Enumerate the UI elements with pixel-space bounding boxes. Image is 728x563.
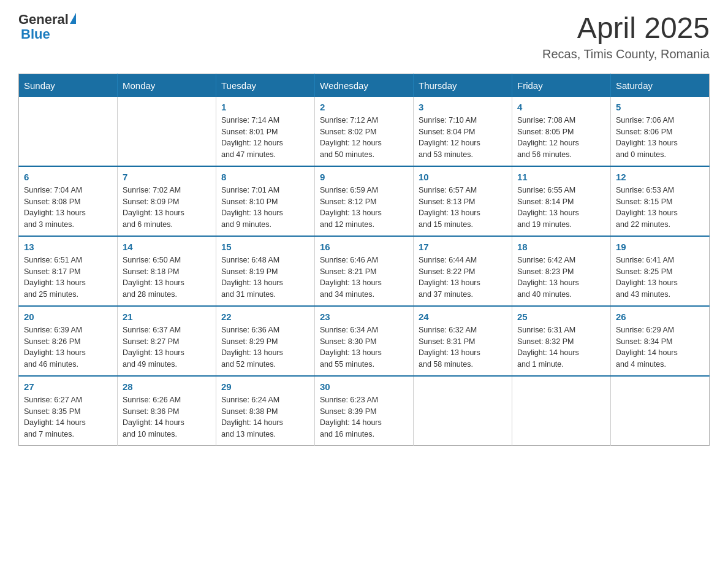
calendar-cell: 25Sunrise: 6:31 AMSunset: 8:32 PMDayligh… <box>512 306 611 376</box>
calendar-cell <box>611 376 710 446</box>
day-number: 18 <box>517 242 605 252</box>
day-number: 1 <box>221 102 309 112</box>
day-number: 7 <box>123 172 211 182</box>
day-number: 20 <box>24 312 112 322</box>
day-info: Sunrise: 7:12 AMSunset: 8:02 PMDaylight:… <box>320 115 408 161</box>
day-number: 29 <box>221 381 309 392</box>
calendar-cell: 26Sunrise: 6:29 AMSunset: 8:34 PMDayligh… <box>611 306 710 376</box>
day-number: 23 <box>320 312 408 322</box>
day-info: Sunrise: 6:50 AMSunset: 8:18 PMDaylight:… <box>123 255 211 301</box>
day-info: Sunrise: 7:10 AMSunset: 8:04 PMDaylight:… <box>419 115 507 161</box>
weekday-header-saturday: Saturday <box>611 74 710 97</box>
calendar-cell: 16Sunrise: 6:46 AMSunset: 8:21 PMDayligh… <box>315 236 414 306</box>
page-header: General Blue April 2025 Recas, Timis Cou… <box>18 12 710 61</box>
calendar-cell: 1Sunrise: 7:14 AMSunset: 8:01 PMDaylight… <box>216 97 315 166</box>
calendar-cell: 27Sunrise: 6:27 AMSunset: 8:35 PMDayligh… <box>19 376 118 446</box>
day-number: 22 <box>221 312 309 322</box>
day-info: Sunrise: 6:48 AMSunset: 8:19 PMDaylight:… <box>221 255 309 301</box>
day-number: 12 <box>616 172 704 182</box>
day-info: Sunrise: 7:02 AMSunset: 8:09 PMDaylight:… <box>123 185 211 231</box>
day-info: Sunrise: 6:39 AMSunset: 8:26 PMDaylight:… <box>24 324 112 370</box>
calendar-cell: 19Sunrise: 6:41 AMSunset: 8:25 PMDayligh… <box>611 236 710 306</box>
day-info: Sunrise: 7:08 AMSunset: 8:05 PMDaylight:… <box>517 115 605 161</box>
calendar-cell: 9Sunrise: 6:59 AMSunset: 8:12 PMDaylight… <box>315 166 414 236</box>
day-number: 3 <box>419 102 507 112</box>
day-number: 30 <box>320 381 408 392</box>
calendar-cell <box>19 97 118 166</box>
day-info: Sunrise: 6:59 AMSunset: 8:12 PMDaylight:… <box>320 185 408 231</box>
day-number: 27 <box>24 381 112 392</box>
title-block: April 2025 Recas, Timis County, Romania <box>542 12 710 61</box>
day-number: 2 <box>320 102 408 112</box>
weekday-header-friday: Friday <box>512 74 611 97</box>
month-year-title: April 2025 <box>542 12 710 45</box>
day-info: Sunrise: 6:32 AMSunset: 8:31 PMDaylight:… <box>419 324 507 370</box>
day-info: Sunrise: 6:51 AMSunset: 8:17 PMDaylight:… <box>24 255 112 301</box>
logo-triangle-icon <box>70 13 76 24</box>
day-info: Sunrise: 6:36 AMSunset: 8:29 PMDaylight:… <box>221 324 309 370</box>
calendar-week-row: 13Sunrise: 6:51 AMSunset: 8:17 PMDayligh… <box>19 236 710 306</box>
logo-general: General <box>18 12 69 27</box>
day-info: Sunrise: 6:23 AMSunset: 8:39 PMDaylight:… <box>320 394 408 440</box>
day-number: 19 <box>616 242 704 252</box>
day-number: 13 <box>24 242 112 252</box>
calendar-header-row: SundayMondayTuesdayWednesdayThursdayFrid… <box>19 74 710 97</box>
day-number: 17 <box>419 242 507 252</box>
day-info: Sunrise: 6:42 AMSunset: 8:23 PMDaylight:… <box>517 255 605 301</box>
weekday-header-tuesday: Tuesday <box>216 74 315 97</box>
calendar-table: SundayMondayTuesdayWednesdayThursdayFrid… <box>18 74 710 446</box>
calendar-cell: 13Sunrise: 6:51 AMSunset: 8:17 PMDayligh… <box>19 236 118 306</box>
calendar-cell <box>414 376 512 446</box>
calendar-cell: 15Sunrise: 6:48 AMSunset: 8:19 PMDayligh… <box>216 236 315 306</box>
logo-blue: Blue <box>21 27 76 42</box>
day-info: Sunrise: 6:55 AMSunset: 8:14 PMDaylight:… <box>517 185 605 231</box>
day-number: 14 <box>123 242 211 252</box>
calendar-cell: 30Sunrise: 6:23 AMSunset: 8:39 PMDayligh… <box>315 376 414 446</box>
day-number: 26 <box>616 312 704 322</box>
logo: General Blue <box>18 12 76 42</box>
calendar-cell: 18Sunrise: 6:42 AMSunset: 8:23 PMDayligh… <box>512 236 611 306</box>
calendar-cell: 3Sunrise: 7:10 AMSunset: 8:04 PMDaylight… <box>414 97 512 166</box>
calendar-cell: 10Sunrise: 6:57 AMSunset: 8:13 PMDayligh… <box>414 166 512 236</box>
day-info: Sunrise: 6:27 AMSunset: 8:35 PMDaylight:… <box>24 394 112 440</box>
weekday-header-thursday: Thursday <box>414 74 512 97</box>
day-number: 25 <box>517 312 605 322</box>
day-number: 8 <box>221 172 309 182</box>
day-number: 15 <box>221 242 309 252</box>
calendar-cell: 5Sunrise: 7:06 AMSunset: 8:06 PMDaylight… <box>611 97 710 166</box>
calendar-cell: 11Sunrise: 6:55 AMSunset: 8:14 PMDayligh… <box>512 166 611 236</box>
weekday-header-monday: Monday <box>118 74 216 97</box>
day-info: Sunrise: 6:46 AMSunset: 8:21 PMDaylight:… <box>320 255 408 301</box>
calendar-cell: 17Sunrise: 6:44 AMSunset: 8:22 PMDayligh… <box>414 236 512 306</box>
day-info: Sunrise: 6:53 AMSunset: 8:15 PMDaylight:… <box>616 185 704 231</box>
day-number: 6 <box>24 172 112 182</box>
day-number: 24 <box>419 312 507 322</box>
day-info: Sunrise: 6:24 AMSunset: 8:38 PMDaylight:… <box>221 394 309 440</box>
calendar-cell: 28Sunrise: 6:26 AMSunset: 8:36 PMDayligh… <box>118 376 216 446</box>
location-subtitle: Recas, Timis County, Romania <box>542 47 710 61</box>
day-number: 16 <box>320 242 408 252</box>
day-info: Sunrise: 6:41 AMSunset: 8:25 PMDaylight:… <box>616 255 704 301</box>
calendar-cell: 14Sunrise: 6:50 AMSunset: 8:18 PMDayligh… <box>118 236 216 306</box>
calendar-cell <box>512 376 611 446</box>
day-info: Sunrise: 7:06 AMSunset: 8:06 PMDaylight:… <box>616 115 704 161</box>
day-info: Sunrise: 6:57 AMSunset: 8:13 PMDaylight:… <box>419 185 507 231</box>
day-number: 21 <box>123 312 211 322</box>
calendar-cell <box>118 97 216 166</box>
day-info: Sunrise: 7:01 AMSunset: 8:10 PMDaylight:… <box>221 185 309 231</box>
day-info: Sunrise: 6:31 AMSunset: 8:32 PMDaylight:… <box>517 324 605 370</box>
calendar-cell: 8Sunrise: 7:01 AMSunset: 8:10 PMDaylight… <box>216 166 315 236</box>
day-number: 9 <box>320 172 408 182</box>
calendar-cell: 21Sunrise: 6:37 AMSunset: 8:27 PMDayligh… <box>118 306 216 376</box>
day-info: Sunrise: 6:29 AMSunset: 8:34 PMDaylight:… <box>616 324 704 370</box>
calendar-cell: 29Sunrise: 6:24 AMSunset: 8:38 PMDayligh… <box>216 376 315 446</box>
calendar-cell: 7Sunrise: 7:02 AMSunset: 8:09 PMDaylight… <box>118 166 216 236</box>
day-info: Sunrise: 6:34 AMSunset: 8:30 PMDaylight:… <box>320 324 408 370</box>
day-number: 4 <box>517 102 605 112</box>
calendar-cell: 12Sunrise: 6:53 AMSunset: 8:15 PMDayligh… <box>611 166 710 236</box>
calendar-cell: 20Sunrise: 6:39 AMSunset: 8:26 PMDayligh… <box>19 306 118 376</box>
calendar-cell: 22Sunrise: 6:36 AMSunset: 8:29 PMDayligh… <box>216 306 315 376</box>
calendar-week-row: 1Sunrise: 7:14 AMSunset: 8:01 PMDaylight… <box>19 97 710 166</box>
day-number: 28 <box>123 381 211 392</box>
calendar-week-row: 6Sunrise: 7:04 AMSunset: 8:08 PMDaylight… <box>19 166 710 236</box>
